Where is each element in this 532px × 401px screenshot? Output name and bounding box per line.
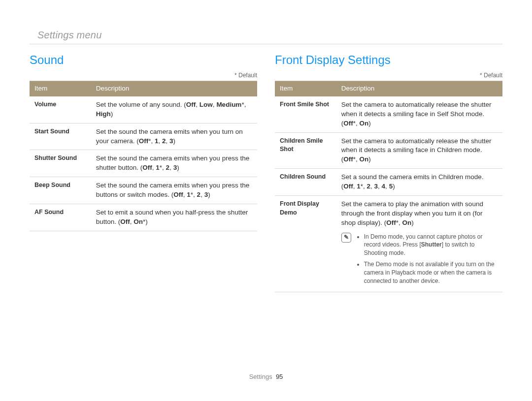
description-cell: Set to emit a sound when you half-press … [91,204,257,231]
footer-section: Settings [249,373,272,380]
description-cell: Set the camera to play the animation wit… [336,196,502,292]
description-cell: Set the camera to automatically release … [336,132,502,169]
description-cell: Set the camera to automatically release … [336,96,502,132]
description-cell: Set the sound the camera emits when you … [91,123,257,150]
right-column: Front Display Settings * Default Item De… [275,53,502,292]
item-name-cell: Start Sound [30,123,91,150]
left-column: Sound * Default Item Description VolumeS… [30,53,257,292]
front-display-table: Item Description Front Smile ShotSet the… [275,81,502,292]
breadcrumb: Settings menu [30,30,502,41]
note-icon: ✎ [341,233,351,243]
default-note: * Default [30,72,257,79]
columns: Sound * Default Item Description VolumeS… [30,53,502,292]
table-row: Beep SoundSet the sound the camera emits… [30,177,257,204]
front-display-table-body: Front Smile ShotSet the camera to automa… [275,96,502,292]
table-header-item: Item [275,81,336,96]
note-box: ✎In Demo mode, you cannot capture photos… [341,233,498,288]
description-cell: Set the sound the camera emits when you … [91,177,257,204]
footer: Settings 95 [0,373,532,380]
table-row: Children Smile ShotSet the camera to aut… [275,132,502,169]
description-cell: Set the volume of any sound. (Off, Low, … [91,96,257,123]
description-cell: Set a sound the camera emits in Children… [336,169,502,196]
sound-table: Item Description VolumeSet the volume of… [30,81,257,231]
item-name-cell: Front Display Demo [275,196,336,292]
table-header-description: Description [336,81,502,96]
table-row: VolumeSet the volume of any sound. (Off,… [30,96,257,123]
table-row: AF SoundSet to emit a sound when you hal… [30,204,257,231]
note-item: In Demo mode, you cannot capture photos … [364,233,498,257]
sound-table-body: VolumeSet the volume of any sound. (Off,… [30,96,257,231]
item-name-cell: Shutter Sound [30,150,91,177]
item-name-cell: Front Smile Shot [275,96,336,132]
default-note: * Default [275,72,502,79]
description-cell: Set the sound the camera emits when you … [91,150,257,177]
table-header-description: Description [91,81,257,96]
item-name-cell: Children Smile Shot [275,132,336,169]
page: Settings menu Sound * Default Item Descr… [0,0,532,401]
table-row: Start SoundSet the sound the camera emit… [30,123,257,150]
item-name-cell: Beep Sound [30,177,91,204]
table-row: Front Display DemoSet the camera to play… [275,196,502,292]
divider [30,44,502,44]
table-header-item: Item [30,81,91,96]
footer-page-number: 95 [276,373,283,380]
section-title-sound: Sound [30,53,257,67]
note-item: The Demo mode is not available if you tu… [364,260,498,285]
note-list: In Demo mode, you cannot capture photos … [355,233,498,288]
table-row: Shutter SoundSet the sound the camera em… [30,150,257,177]
item-name-cell: Children Sound [275,169,336,196]
table-row: Children SoundSet a sound the camera emi… [275,169,502,196]
section-title-front-display: Front Display Settings [275,53,502,67]
table-row: Front Smile ShotSet the camera to automa… [275,96,502,132]
item-name-cell: Volume [30,96,91,123]
item-name-cell: AF Sound [30,204,91,231]
